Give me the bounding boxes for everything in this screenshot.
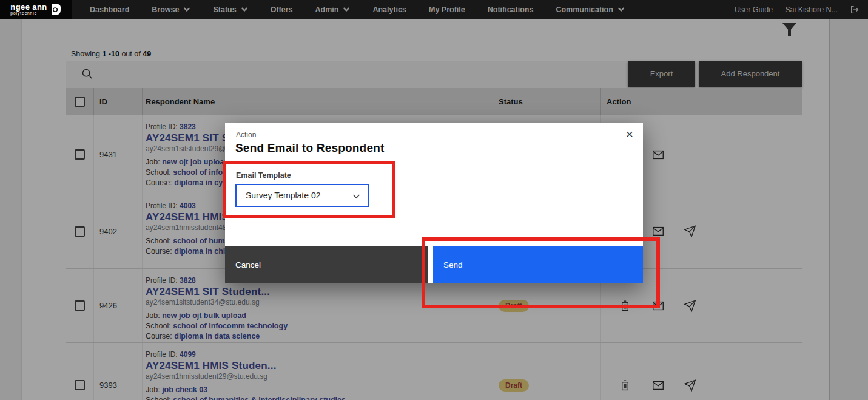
nav-right: User Guide Sai Kishore N... — [735, 5, 860, 15]
chevron-down-icon — [183, 7, 190, 12]
modal-title: Send Email to Respondent — [235, 141, 385, 155]
logo-line2: polytechnic — [10, 12, 47, 16]
nav-item-analytics[interactable]: Analytics — [372, 5, 406, 14]
close-icon[interactable]: × — [626, 126, 633, 141]
nav-item-communication[interactable]: Communication — [556, 5, 624, 14]
logo-shield-icon — [51, 4, 61, 15]
nav-item-status[interactable]: Status — [213, 5, 247, 14]
chevron-down-icon — [343, 7, 350, 12]
nav-item-my-profile[interactable]: My Profile — [429, 5, 465, 14]
logo-line1: ngee ann — [10, 3, 47, 11]
nav-item-admin[interactable]: Admin — [315, 5, 350, 14]
nav-item-notifications[interactable]: Notifications — [488, 5, 534, 14]
ngee-ann-logo[interactable]: ngee ann polytechnic — [0, 0, 72, 19]
user-guide-link[interactable]: User Guide — [735, 5, 773, 14]
nav-item-browse[interactable]: Browse — [152, 5, 190, 14]
nav-item-dashboard[interactable]: Dashboard — [90, 5, 129, 14]
chevron-down-icon — [241, 7, 248, 12]
modal-eyebrow: Action — [236, 131, 256, 139]
chevron-down-icon — [617, 7, 625, 12]
top-navbar: ngee ann polytechnic Dashboard Browse St… — [0, 0, 868, 19]
cancel-button[interactable]: Cancel — [225, 246, 428, 283]
logout-icon[interactable] — [850, 5, 860, 15]
annotation-box-email-template — [223, 161, 395, 218]
nav-item-offers[interactable]: Offers — [271, 5, 293, 14]
username[interactable]: Sai Kishore N... — [785, 5, 838, 14]
annotation-box-send-button — [422, 237, 660, 308]
nav-menu: Dashboard Browse Status Offers Admin Ana… — [90, 5, 625, 14]
